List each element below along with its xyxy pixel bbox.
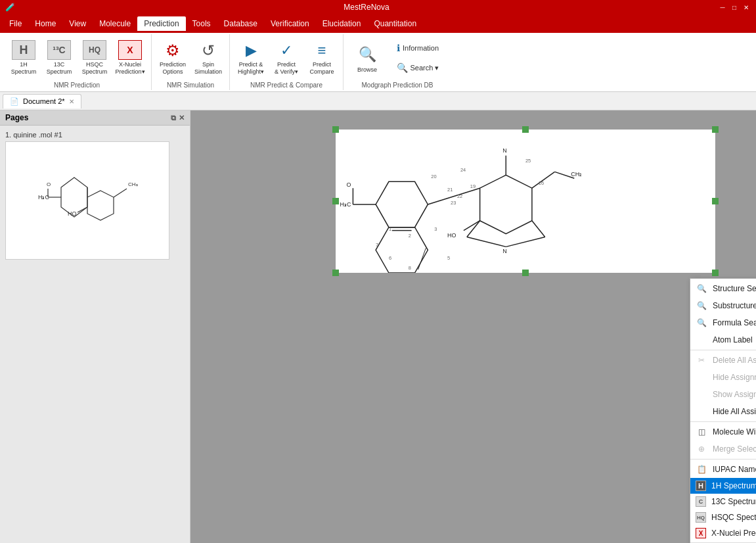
ctx-iupac-name[interactable]: 📋 IUPAC Name (690, 461, 756, 478)
svg-text:N: N (502, 248, 506, 254)
ribbon-btn-hsqc-spectrum[interactable]: HQ HSQCSpectrum (78, 37, 112, 79)
close-button[interactable]: ✕ (742, 3, 751, 12)
ribbon-btn-search[interactable]: 🔍 Search ▾ (388, 59, 447, 77)
ribbon-btn-x-nuclei[interactable]: X X-NucleiPrediction▾ (113, 37, 147, 79)
ctx-13c-spectrum[interactable]: C 13C Spectrum (690, 494, 756, 509)
ribbon-btn-browse[interactable]: 🔍 Browse (347, 37, 387, 79)
svg-line-24 (464, 221, 480, 231)
ctx-x-nuclei-prediction[interactable]: X X-Nuclei Prediction ▶ (690, 525, 756, 541)
tab-close-button[interactable]: ✕ (69, 98, 74, 105)
menu-view[interactable]: View (62, 16, 93, 31)
13c-spectrum-icon: ¹³C (47, 40, 71, 60)
page-thumbnail[interactable]: H₃C O HO CH₂ (5, 141, 169, 260)
frame-handle-top[interactable] (522, 126, 529, 133)
menu-tools[interactable]: Tools (186, 16, 217, 31)
ctx-molecule-window[interactable]: ◫ Molecule Window (690, 423, 756, 440)
ribbon-btn-spin-simulation[interactable]: ↺ SpinSimulation (191, 37, 225, 79)
ctx-atom-label[interactable]: Atom Label ▶ (690, 331, 756, 348)
ctx-1h-spectrum[interactable]: H 1H Spectrum (690, 478, 756, 494)
predict-highlight-label: Predict &Highlight▾ (238, 61, 264, 76)
menu-bar: File Home View Molecule Prediction Tools… (0, 14, 756, 33)
ribbon-btn-predict-compare[interactable]: ≡ PredictCompare (305, 37, 339, 79)
svg-text:7: 7 (376, 242, 378, 248)
show-assignments-icon (696, 389, 707, 400)
frame-handle-bottom[interactable] (522, 270, 529, 276)
svg-marker-12 (376, 181, 428, 227)
svg-text:19: 19 (470, 183, 476, 189)
frame-handle-br[interactable] (712, 270, 719, 276)
predict-verify-label: Predict& Verify▾ (275, 61, 298, 76)
ribbon-btn-predict-verify[interactable]: ✓ Predict& Verify▾ (269, 37, 303, 79)
ribbon-group-modgraph: 🔍 Browse ℹ Information 🔍 Search ▾ Modgra… (344, 34, 451, 90)
ribbon-btn-prediction-options[interactable]: ⚙ PredictionOptions (156, 37, 190, 79)
title-bar-icons: 🧪 (5, 3, 15, 12)
frame-handle-tl[interactable] (332, 126, 339, 133)
tab-document2[interactable]: 📄 Document 2* ✕ (3, 94, 81, 108)
atom-label-icon (696, 334, 707, 346)
menu-quantitation[interactable]: Quantitation (367, 16, 423, 31)
ribbon-btn-1h-spectrum[interactable]: H 1HSpectrum (7, 37, 41, 79)
ctx-iupac-name-label: IUPAC Name (713, 465, 756, 474)
svg-line-9 (114, 189, 127, 197)
ctx-hide-all-except[interactable]: Hide All Assignments Except These (690, 403, 756, 420)
svg-text:25: 25 (525, 158, 531, 164)
tab-doc-icon: 📄 (10, 97, 19, 106)
ribbon-btn-information[interactable]: ℹ Information (388, 39, 447, 57)
spin-simulation-icon: ↺ (196, 40, 220, 61)
sidebar-close-button[interactable]: ✕ (179, 114, 185, 122)
ribbon-modgraph-buttons: 🔍 Browse ℹ Information 🔍 Search ▾ (347, 35, 447, 80)
ribbon-btn-predict-highlight[interactable]: ▶ Predict &Highlight▾ (234, 37, 268, 79)
svg-text:21: 21 (447, 187, 453, 193)
ctx-substructure-search[interactable]: 🔍 Substructure Search (690, 297, 756, 314)
frame-handle-right[interactable] (712, 198, 719, 204)
ribbon-group-nmr-prediction: H 1HSpectrum ¹³C 13CSpectrum HQ HSQCSpec… (3, 34, 152, 90)
menu-file[interactable]: File (3, 16, 28, 31)
menu-elucidation[interactable]: Elucidation (316, 16, 368, 31)
formula-search-icon: 🔍 (696, 317, 707, 329)
ribbon-btn-13c-spectrum[interactable]: ¹³C 13CSpectrum (42, 37, 76, 79)
maximize-button[interactable]: □ (730, 3, 739, 12)
ctx-atom-label-label: Atom Label (713, 335, 756, 344)
menu-molecule[interactable]: Molecule (93, 16, 137, 31)
page-item-1[interactable]: 1. quinine .mol #1 (5, 131, 185, 260)
predict-compare-icon: ≡ (310, 40, 334, 61)
ctx-hide-all-except-label: Hide All Assignments Except These (713, 407, 756, 416)
title-bar-controls[interactable]: ─ □ ✕ (718, 3, 751, 12)
search-label: Search ▾ (411, 64, 439, 72)
ribbon-nmr-buttons: H 1HSpectrum ¹³C 13CSpectrum HQ HSQCSpec… (7, 35, 147, 80)
hsqc-spectrum-label: HSQCSpectrum (82, 61, 108, 76)
svg-marker-1 (87, 191, 114, 220)
merge-molecules-icon: ⊕ (696, 443, 707, 455)
sidebar-header-controls[interactable]: ⧉ ✕ (171, 114, 185, 122)
menu-home[interactable]: Home (28, 16, 62, 31)
sidebar-pages: Pages ⧉ ✕ 1. quinine .mol #1 (0, 110, 190, 543)
menu-verification[interactable]: Verification (264, 16, 316, 31)
svg-line-14 (418, 248, 426, 270)
predict-verify-icon: ✓ (275, 40, 298, 61)
frame-handle-left[interactable] (332, 198, 339, 204)
ctx-1h-spectrum-label: 1H Spectrum (711, 481, 756, 490)
ctx-hsqc-spectrum[interactable]: HQ HSQC Spectrum (690, 509, 756, 525)
ctx-separator-1 (690, 350, 756, 350)
ctx-formula-search[interactable]: 🔍 Formula Search... (690, 314, 756, 331)
frame-handle-bl[interactable] (332, 270, 339, 276)
molecule-main-svg: H₃C O HO CH₂ N N 20 24 21 22 23 19 25 (336, 130, 715, 273)
ctx-13c-spectrum-icon: C (696, 496, 706, 507)
ctx-structure-search[interactable]: 🔍 Structure Search (690, 280, 756, 297)
ribbon-group-predict-compare: ▶ Predict &Highlight▾ ✓ Predict& Verify▾… (230, 34, 344, 90)
svg-marker-11 (376, 227, 428, 273)
ctx-1h-spectrum-icon: H (696, 481, 706, 491)
minimize-button[interactable]: ─ (718, 3, 727, 12)
molecule-frame[interactable]: H₃C O HO CH₂ N N 20 24 21 22 23 19 25 (335, 129, 716, 273)
structure-search-icon: 🔍 (696, 283, 707, 295)
modgraph-label: Modgraph Prediction DB (362, 82, 434, 89)
sidebar-float-button[interactable]: ⧉ (171, 114, 176, 122)
menu-prediction[interactable]: Prediction (137, 16, 185, 31)
app-icon: 🧪 (5, 3, 15, 12)
information-label: Information (403, 44, 439, 52)
frame-handle-tr[interactable] (712, 126, 719, 133)
ctx-formula-search-label: Formula Search... (713, 318, 756, 327)
svg-text:23: 23 (451, 200, 456, 206)
menu-database[interactable]: Database (217, 16, 264, 31)
x-nuclei-label: X-NucleiPrediction▾ (115, 61, 145, 76)
